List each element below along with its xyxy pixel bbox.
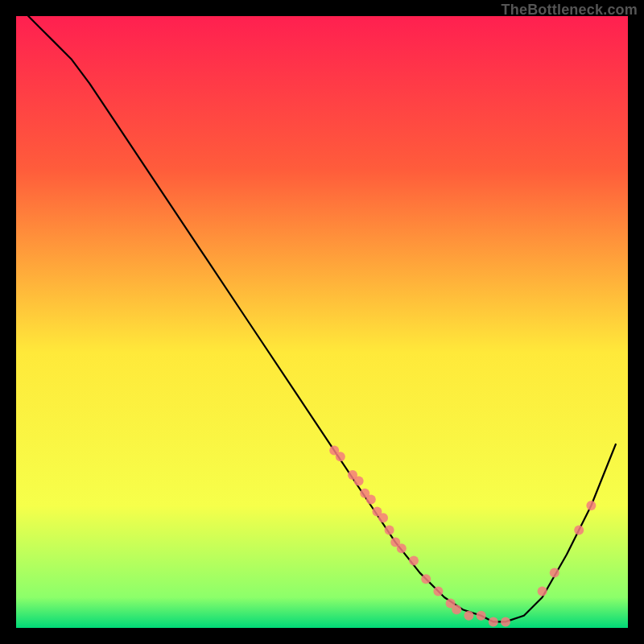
data-point bbox=[538, 586, 547, 596]
data-point bbox=[574, 525, 584, 535]
data-point bbox=[366, 494, 376, 504]
data-point bbox=[354, 477, 364, 486]
data-point bbox=[452, 605, 461, 614]
data-point bbox=[421, 574, 431, 584]
chart-frame: TheBottleneck.com bbox=[0, 0, 644, 644]
data-point bbox=[433, 586, 443, 596]
data-point bbox=[409, 555, 419, 565]
gradient-background bbox=[16, 16, 628, 628]
data-point bbox=[464, 611, 473, 621]
data-point bbox=[501, 617, 510, 626]
data-point bbox=[385, 525, 394, 535]
data-point bbox=[550, 568, 559, 578]
data-point bbox=[489, 617, 498, 626]
data-point bbox=[336, 452, 345, 461]
plot-area bbox=[16, 16, 628, 628]
data-point bbox=[397, 543, 407, 553]
chart-svg bbox=[16, 16, 628, 628]
data-point bbox=[378, 513, 388, 522]
data-point bbox=[586, 501, 596, 510]
data-point bbox=[477, 611, 486, 621]
